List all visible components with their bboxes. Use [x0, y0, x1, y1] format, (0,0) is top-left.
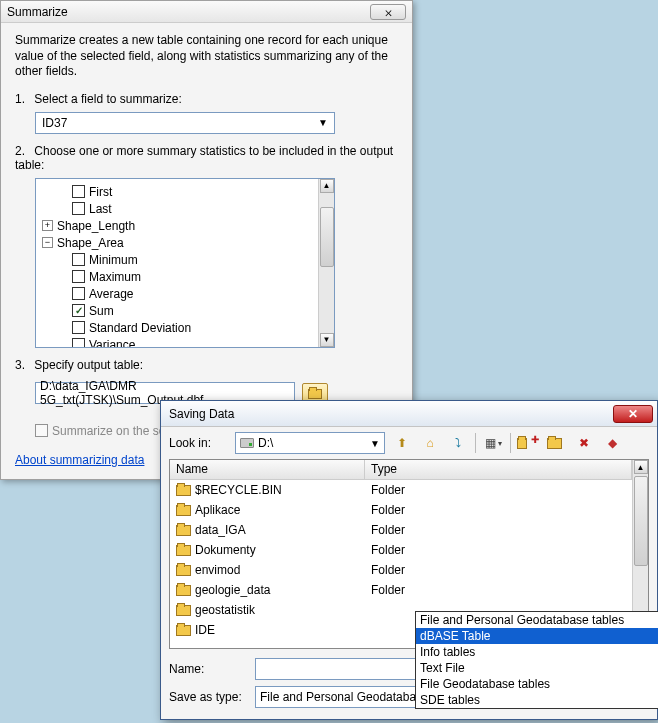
about-summarizing-link[interactable]: About summarizing data — [15, 453, 144, 467]
tree-item-sum[interactable]: Sum — [42, 303, 312, 319]
new-folder-button[interactable]: ✚ — [517, 432, 539, 454]
checkbox-icon[interactable] — [72, 185, 85, 198]
step1-number: 1. — [15, 92, 31, 106]
file-row[interactable]: geologie_dataFolder — [170, 580, 632, 600]
checkbox-icon[interactable] — [72, 338, 85, 347]
connect-folder-button[interactable]: ⤵ — [447, 432, 469, 454]
checkbox-checked-icon[interactable] — [72, 304, 85, 317]
tree-item-shape-area[interactable]: −Shape_Area — [42, 235, 312, 251]
saving-titlebar[interactable]: Saving Data ✕ — [161, 401, 657, 427]
tree-item-minimum[interactable]: Minimum — [42, 252, 312, 268]
summarize-titlebar[interactable]: Summarize ⨉ — [1, 1, 412, 23]
file-type: Folder — [371, 503, 632, 517]
folder-icon — [517, 438, 527, 449]
scroll-thumb[interactable] — [320, 207, 334, 267]
file-name: $RECYCLE.BIN — [195, 483, 282, 497]
scroll-down-icon[interactable]: ▼ — [320, 333, 334, 347]
saving-close-button[interactable]: ✕ — [613, 405, 653, 423]
folder-icon — [176, 545, 191, 556]
folder-icon — [547, 438, 562, 449]
statistics-tree[interactable]: First Last +Shape_Length −Shape_Area Min… — [35, 178, 335, 348]
folder-open-icon — [308, 389, 322, 399]
up-one-level-button[interactable]: ⬆ — [391, 432, 413, 454]
file-row[interactable]: $RECYCLE.BINFolder — [170, 480, 632, 500]
save-type-option[interactable]: Info tables — [416, 644, 658, 660]
scroll-thumb[interactable] — [634, 476, 648, 566]
checkbox-icon[interactable] — [72, 202, 85, 215]
folder-icon — [176, 585, 191, 596]
file-name: Aplikace — [195, 503, 240, 517]
checkbox-disabled-icon — [35, 424, 48, 437]
summarize-selected-label: Summarize on the se — [52, 424, 165, 438]
file-type: Folder — [371, 523, 632, 537]
tree-item-first[interactable]: First — [42, 184, 312, 200]
file-type: Folder — [371, 483, 632, 497]
folder-icon — [176, 525, 191, 536]
file-row[interactable]: data_IGAFolder — [170, 520, 632, 540]
tree-item-average[interactable]: Average — [42, 286, 312, 302]
close-icon: ⨉ — [385, 5, 392, 19]
toolbar-separator — [475, 433, 476, 453]
collapse-icon[interactable]: − — [42, 237, 53, 248]
column-header-name[interactable]: Name — [170, 460, 365, 479]
tree-item-shape-length[interactable]: +Shape_Length — [42, 218, 312, 234]
tree-item-maximum[interactable]: Maximum — [42, 269, 312, 285]
list-icon: ▦ — [485, 436, 496, 450]
column-header-type[interactable]: Type — [365, 460, 632, 479]
tools-button[interactable]: ◆ — [601, 432, 623, 454]
plus-icon: ✚ — [531, 434, 539, 445]
file-name: envimod — [195, 563, 240, 577]
field-to-summarize-select[interactable]: ID37 ▼ — [35, 112, 335, 134]
step2-number: 2. — [15, 144, 31, 158]
file-row[interactable]: AplikaceFolder — [170, 500, 632, 520]
home-button[interactable]: ⌂ — [419, 432, 441, 454]
tree-item-variance[interactable]: Variance — [42, 337, 312, 347]
file-list-header: Name Type — [170, 460, 632, 480]
chevron-down-icon: ▼ — [370, 438, 380, 449]
summarize-close-button[interactable]: ⨉ — [370, 4, 406, 20]
save-type-option[interactable]: SDE tables — [416, 692, 658, 708]
expand-icon[interactable]: + — [42, 220, 53, 231]
scroll-up-icon[interactable]: ▲ — [320, 179, 334, 193]
chevron-down-icon: ▼ — [318, 117, 328, 128]
open-folder-button[interactable] — [545, 432, 567, 454]
view-list-button[interactable]: ▦▾ — [482, 432, 504, 454]
save-as-type-dropdown[interactable]: File and Personal Geodatabase tablesdBAS… — [415, 611, 658, 709]
file-type: Folder — [371, 543, 632, 557]
checkbox-icon[interactable] — [72, 270, 85, 283]
step3-number: 3. — [15, 358, 31, 372]
file-name: Dokumenty — [195, 543, 256, 557]
file-row[interactable]: envimodFolder — [170, 560, 632, 580]
save-type-option[interactable]: File Geodatabase tables — [416, 676, 658, 692]
saving-title: Saving Data — [169, 407, 234, 421]
step2-label: Choose one or more summary statistics to… — [15, 144, 393, 172]
folder-icon — [176, 605, 191, 616]
folder-icon — [176, 505, 191, 516]
name-label: Name: — [169, 662, 255, 676]
save-type-option[interactable]: Text File — [416, 660, 658, 676]
scroll-up-icon[interactable]: ▲ — [634, 460, 648, 474]
look-in-value: D:\ — [258, 436, 273, 450]
chevron-down-icon: ▾ — [498, 439, 502, 448]
look-in-select[interactable]: D:\ ▼ — [235, 432, 385, 454]
folder-icon — [176, 565, 191, 576]
delete-button[interactable]: ✖ — [573, 432, 595, 454]
save-as-type-label: Save as type: — [169, 690, 255, 704]
file-name: geostatistik — [195, 603, 255, 617]
tree-item-stddev[interactable]: Standard Deviation — [42, 320, 312, 336]
file-type: Folder — [371, 563, 632, 577]
field-select-value: ID37 — [42, 116, 67, 130]
file-name: IDE — [195, 623, 215, 637]
checkbox-icon[interactable] — [72, 321, 85, 334]
drive-icon — [240, 438, 254, 448]
folder-icon — [176, 485, 191, 496]
save-type-option[interactable]: dBASE Table — [416, 628, 658, 644]
stats-scrollbar[interactable]: ▲ ▼ — [318, 179, 334, 347]
save-type-option[interactable]: File and Personal Geodatabase tables — [416, 612, 658, 628]
saving-data-dialog: Saving Data ✕ Look in: D:\ ▼ ⬆ ⌂ ⤵ ▦▾ ✚ … — [160, 400, 658, 720]
file-row[interactable]: DokumentyFolder — [170, 540, 632, 560]
tree-item-last[interactable]: Last — [42, 201, 312, 217]
checkbox-icon[interactable] — [72, 253, 85, 266]
checkbox-icon[interactable] — [72, 287, 85, 300]
file-type: Folder — [371, 583, 632, 597]
